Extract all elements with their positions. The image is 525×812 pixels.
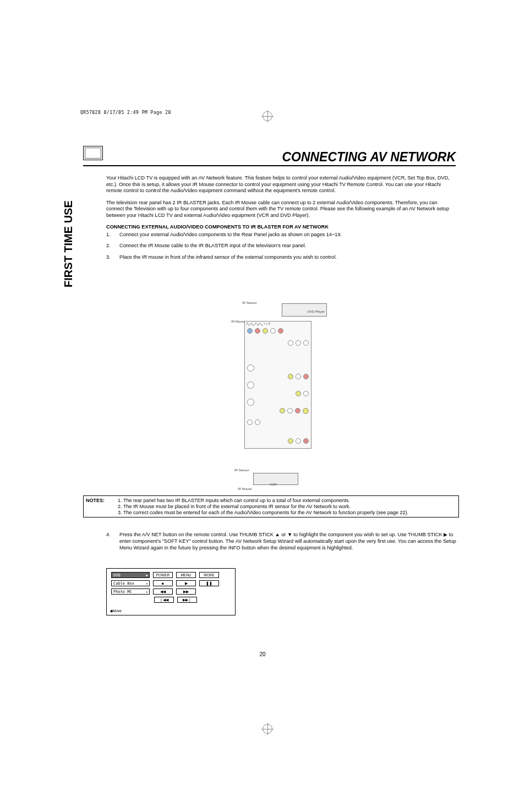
notes-box: NOTES: The rear panel has two IR BLASTER…: [83, 495, 459, 517]
move-hint: ◆Move: [110, 609, 122, 613]
body-column: Your Hitachi LCD TV is equipped with an …: [106, 175, 456, 265]
ir-sensor-label-bottom: IR Sensor: [234, 468, 249, 472]
note-item: The correct codes must be entered for ea…: [123, 510, 408, 516]
step-item: 2.Connect the IR Mouse cable to the IR B…: [106, 243, 456, 249]
ui-row: ❘◀◀ ▶▶❘: [111, 597, 231, 603]
logo-icon: [83, 146, 103, 160]
intro-paragraph-1: Your Hitachi LCD TV is equipped with an …: [106, 175, 456, 194]
softkey-more[interactable]: MORE: [199, 572, 219, 578]
section-side-label: FIRST TIME USE: [62, 200, 75, 287]
ir-mouse-label-top: IR Mouse: [231, 320, 245, 323]
connection-diagram: IR Sensor DVD Player IR Mouse PB/CB PR/C…: [215, 300, 341, 487]
page-title: CONNECTING AV NETWORK: [282, 150, 456, 165]
intro-paragraph-2: The television rear panel has 2 IR BLAST…: [106, 200, 456, 219]
softkey-menu[interactable]: MENU: [176, 572, 196, 578]
softkey-rewind-icon[interactable]: ◀◀: [153, 588, 173, 595]
vcr-label: VCR: [270, 483, 277, 486]
dvd-player-label: DVD Player: [308, 310, 325, 313]
steps-list: 1.Connect your external Audio/Video comp…: [106, 232, 456, 261]
rear-panel-icon: PB/CB PR/CR Y L R: [244, 321, 311, 449]
component-item-dvd[interactable]: DVD▶: [111, 572, 150, 578]
softkey-play-icon[interactable]: ▶: [176, 580, 196, 586]
component-item-photo[interactable]: Photo MC▸: [111, 588, 150, 595]
component-item-cable[interactable]: Cable Box▸: [111, 580, 150, 586]
note-item: The IR Mouse must be placed in front of …: [123, 504, 408, 510]
softkey-fastforward-icon[interactable]: ▶▶: [176, 588, 196, 595]
ui-row: Photo MC▸ ◀◀ ▶▶: [111, 588, 231, 595]
ui-row: Cable Box▸ ■ ▶ ❚❚: [111, 580, 231, 586]
step-4-text: Press the A/V NET button on the remote c…: [119, 532, 456, 552]
note-item: The rear panel has two IR BLASTER inputs…: [123, 498, 408, 504]
ir-mouse-label-bottom: IR Mouse: [238, 487, 252, 491]
softkey-ui-panel: DVD▶ POWER MENU MORE Cable Box▸ ■ ▶ ❚❚ P…: [106, 568, 236, 615]
step-item: 3.Place the IR mouse in front of the inf…: [106, 254, 456, 261]
notes-list: The rear panel has two IR BLASTER inputs…: [116, 498, 408, 515]
ui-row: DVD▶ POWER MENU MORE: [111, 572, 231, 578]
softkey-power[interactable]: POWER: [153, 572, 173, 578]
print-header: QR57028 8/17/05 2:49 PM Page 20: [80, 110, 171, 115]
softkey-skip-forward-icon[interactable]: ▶▶❘: [177, 597, 197, 603]
notes-heading: NOTES:: [86, 498, 116, 515]
title-rule: [83, 165, 456, 166]
manual-page: QR57028 8/17/05 2:49 PM Page 20 CONNECTI…: [0, 0, 525, 812]
step-4: 4. Press the A/V NET button on the remot…: [106, 532, 456, 552]
page-number: 20: [259, 651, 265, 657]
softkey-skip-back-icon[interactable]: ❘◀◀: [154, 597, 174, 603]
step-item: 1.Connect your external Audio/Video comp…: [106, 232, 456, 238]
sub-heading: CONNECTING EXTERNAL AUDIO/VIDEO COMPONEN…: [106, 224, 456, 231]
softkey-stop-icon[interactable]: ■: [153, 580, 173, 586]
softkey-pause-icon[interactable]: ❚❚: [199, 580, 219, 586]
ir-sensor-label-top: IR Sensor: [242, 301, 257, 304]
